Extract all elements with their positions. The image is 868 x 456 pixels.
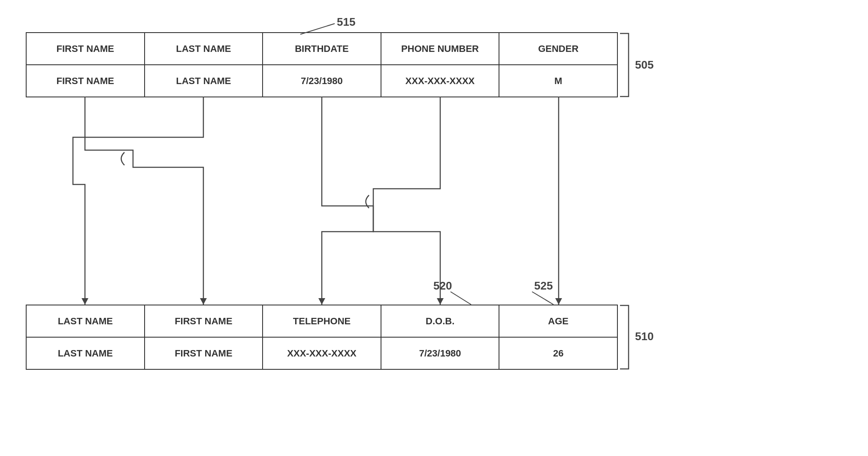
bottom-header-firstname: FIRST NAME: [145, 305, 263, 337]
table-505: FIRST NAME LAST NAME BIRTHDATE PHONE NUM…: [26, 32, 618, 97]
label-520: 520: [433, 279, 452, 292]
bottom-data-dob: 7/23/1980: [381, 337, 499, 369]
label-510: 510: [635, 330, 653, 343]
top-header-gender: GENDER: [499, 33, 617, 65]
top-header-firstname: FIRST NAME: [26, 33, 145, 65]
table-510: LAST NAME FIRST NAME TELEPHONE D.O.B. AG…: [26, 305, 618, 370]
svg-line-1: [451, 292, 471, 305]
bottom-header-dob: D.O.B.: [381, 305, 499, 337]
svg-marker-6: [318, 298, 325, 305]
svg-marker-5: [437, 298, 444, 305]
svg-marker-8: [555, 298, 562, 305]
bottom-header-telephone: TELEPHONE: [263, 305, 381, 337]
svg-marker-4: [200, 298, 207, 305]
bottom-header-age: AGE: [499, 305, 617, 337]
diagram-container: FIRST NAME LAST NAME BIRTHDATE PHONE NUM…: [0, 0, 868, 456]
top-data-firstname: FIRST NAME: [26, 65, 145, 97]
top-data-birthdate: 7/23/1980: [263, 65, 381, 97]
bottom-data-age: 26: [499, 337, 617, 369]
label-515: 515: [337, 15, 355, 28]
svg-line-2: [532, 292, 553, 305]
top-header-lastname: LAST NAME: [145, 33, 263, 65]
bottom-data-telephone: XXX-XXX-XXXX: [263, 337, 381, 369]
label-525: 525: [534, 279, 553, 292]
top-header-phone: PHONE NUMBER: [381, 33, 499, 65]
top-header-birthdate: BIRTHDATE: [263, 33, 381, 65]
top-data-lastname: LAST NAME: [145, 65, 263, 97]
bottom-data-firstname: FIRST NAME: [145, 337, 263, 369]
top-data-gender: M: [499, 65, 617, 97]
label-505: 505: [635, 58, 653, 71]
bottom-header-lastname: LAST NAME: [26, 305, 145, 337]
svg-marker-3: [82, 298, 88, 305]
top-data-phone: XXX-XXX-XXXX: [381, 65, 499, 97]
bottom-data-lastname: LAST NAME: [26, 337, 145, 369]
